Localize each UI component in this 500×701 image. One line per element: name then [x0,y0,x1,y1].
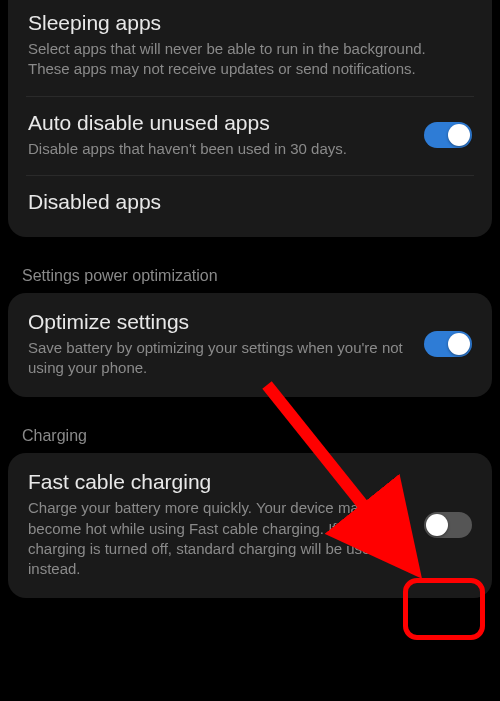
optimize-settings-item[interactable]: Optimize settings Save battery by optimi… [8,296,492,395]
sleeping-apps-item[interactable]: Sleeping apps Select apps that will neve… [8,0,492,96]
charging-panel: Fast cable charging Charge your battery … [8,453,492,598]
optimize-settings-toggle[interactable] [424,331,472,357]
disabled-apps-item[interactable]: Disabled apps [8,176,492,234]
disabled-apps-title: Disabled apps [28,190,460,214]
fast-charging-title: Fast cable charging [28,470,412,494]
toggle-knob [426,514,448,536]
auto-disable-desc: Disable apps that haven't been used in 3… [28,139,412,159]
toggle-knob [448,124,470,146]
auto-disable-title: Auto disable unused apps [28,111,412,135]
optimize-settings-title: Optimize settings [28,310,412,334]
sleeping-apps-title: Sleeping apps [28,11,460,35]
optimize-settings-desc: Save battery by optimizing your settings… [28,338,412,379]
section-header-optimization: Settings power optimization [0,255,500,293]
item-text: Disabled apps [28,190,472,218]
item-text: Auto disable unused apps Disable apps th… [28,111,424,159]
sleeping-apps-desc: Select apps that will never be able to r… [28,39,460,80]
fast-charging-toggle[interactable] [424,512,472,538]
item-text: Optimize settings Save battery by optimi… [28,310,424,379]
auto-disable-toggle[interactable] [424,122,472,148]
auto-disable-item[interactable]: Auto disable unused apps Disable apps th… [8,97,492,175]
apps-panel: Sleeping apps Select apps that will neve… [8,0,492,237]
optimization-panel: Optimize settings Save battery by optimi… [8,293,492,398]
fast-charging-desc: Charge your battery more quickly. Your d… [28,498,412,579]
toggle-knob [448,333,470,355]
item-text: Sleeping apps Select apps that will neve… [28,11,472,80]
section-header-charging: Charging [0,415,500,453]
fast-charging-item[interactable]: Fast cable charging Charge your battery … [8,456,492,595]
item-text: Fast cable charging Charge your battery … [28,470,424,579]
